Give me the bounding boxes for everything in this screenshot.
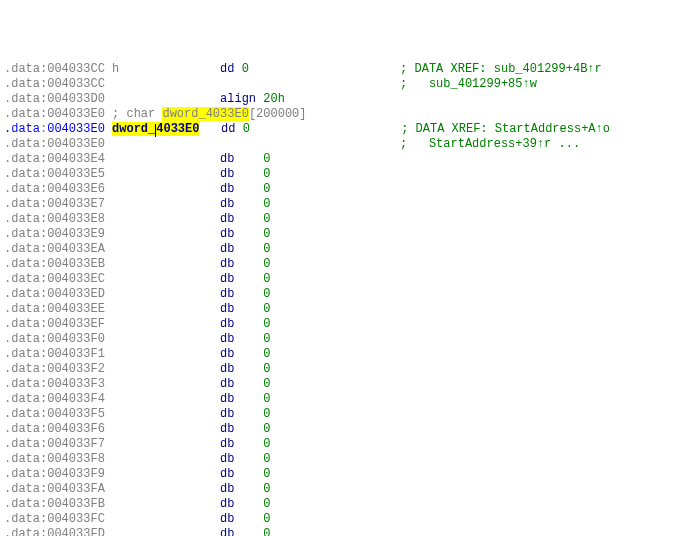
xref-comment[interactable]: ; DATA XREF: StartAddress+A↑o bbox=[401, 122, 610, 136]
disasm-line[interactable]: .data:004033F7 db 0 bbox=[4, 437, 678, 452]
disasm-line[interactable]: .data:004033EC db 0 bbox=[4, 272, 678, 287]
disasm-line[interactable]: .data:004033FA db 0 bbox=[4, 482, 678, 497]
xref-comment[interactable]: ; sub_401299+85↑w bbox=[400, 77, 537, 91]
operand: 0 bbox=[263, 332, 270, 346]
mnemonic: db bbox=[220, 347, 234, 361]
operand: 0 bbox=[263, 482, 270, 496]
disasm-line[interactable]: .data:004033EF db 0 bbox=[4, 317, 678, 332]
address[interactable]: 004033E0 bbox=[47, 137, 105, 151]
mnemonic: db bbox=[220, 242, 234, 256]
disasm-line[interactable]: .data:004033F5 db 0 bbox=[4, 407, 678, 422]
mnemonic: db bbox=[220, 362, 234, 376]
disasm-line[interactable]: .data:004033E0 dword_4033E0 dd 0 ; DATA … bbox=[4, 122, 678, 137]
disasm-line[interactable]: .data:004033FB db 0 bbox=[4, 497, 678, 512]
address[interactable]: 004033E7 bbox=[47, 197, 105, 211]
disasm-line[interactable]: .data:004033E8 db 0 bbox=[4, 212, 678, 227]
segment-name: .data bbox=[4, 422, 40, 436]
disasm-line[interactable]: .data:004033FC db 0 bbox=[4, 512, 678, 527]
comment-text: ; char bbox=[112, 107, 162, 121]
disasm-line[interactable]: .data:004033F2 db 0 bbox=[4, 362, 678, 377]
address[interactable]: 004033ED bbox=[47, 287, 105, 301]
disasm-line[interactable]: .data:004033E7 db 0 bbox=[4, 197, 678, 212]
address[interactable]: 004033E0 bbox=[47, 122, 105, 136]
operand: 0 bbox=[263, 182, 270, 196]
address[interactable]: 004033FA bbox=[47, 482, 105, 496]
address[interactable]: 004033EF bbox=[47, 317, 105, 331]
disasm-line[interactable]: .data:004033EB db 0 bbox=[4, 257, 678, 272]
segment-name: .data bbox=[4, 257, 40, 271]
xref-comment[interactable]: ; StartAddress+39↑r ... bbox=[400, 137, 580, 151]
address[interactable]: 004033F8 bbox=[47, 452, 105, 466]
segment-name: .data bbox=[4, 347, 40, 361]
address[interactable]: 004033F7 bbox=[47, 437, 105, 451]
address[interactable]: 004033E6 bbox=[47, 182, 105, 196]
mnemonic: db bbox=[220, 512, 234, 526]
address[interactable]: 004033CC bbox=[47, 62, 105, 76]
disasm-line[interactable]: .data:004033E6 db 0 bbox=[4, 182, 678, 197]
address[interactable]: 004033F5 bbox=[47, 407, 105, 421]
disasm-line[interactable]: .data:004033F4 db 0 bbox=[4, 392, 678, 407]
address[interactable]: 004033D0 bbox=[47, 92, 105, 106]
address[interactable]: 004033EB bbox=[47, 257, 105, 271]
address[interactable]: 004033FC bbox=[47, 512, 105, 526]
address[interactable]: 004033F9 bbox=[47, 467, 105, 481]
address[interactable]: 004033E8 bbox=[47, 212, 105, 226]
address[interactable]: 004033EA bbox=[47, 242, 105, 256]
xref-comment[interactable]: ; DATA XREF: sub_401299+4B↑r bbox=[400, 62, 602, 76]
address[interactable]: 004033F2 bbox=[47, 362, 105, 376]
disasm-line[interactable]: .data:004033EA db 0 bbox=[4, 242, 678, 257]
operand: 0 bbox=[263, 347, 270, 361]
address[interactable]: 004033E5 bbox=[47, 167, 105, 181]
disasm-line[interactable]: .data:004033F1 db 0 bbox=[4, 347, 678, 362]
segment-name: .data bbox=[4, 242, 40, 256]
disasm-line[interactable]: .data:004033F8 db 0 bbox=[4, 452, 678, 467]
address[interactable]: 004033E4 bbox=[47, 152, 105, 166]
address[interactable]: 004033F6 bbox=[47, 422, 105, 436]
address[interactable]: 004033CC bbox=[47, 77, 105, 91]
disasm-line[interactable]: .data:004033CC ; sub_401299+85↑w bbox=[4, 77, 678, 92]
disasm-line[interactable]: .data:004033ED db 0 bbox=[4, 287, 678, 302]
disasm-line[interactable]: .data:004033CC h dd 0 ; DATA XREF: sub_4… bbox=[4, 62, 678, 77]
disasm-line[interactable]: .data:004033E0 ; StartAddress+39↑r ... bbox=[4, 137, 678, 152]
segment-name: .data bbox=[4, 302, 40, 316]
operand: 0 bbox=[263, 302, 270, 316]
disasm-line[interactable]: .data:004033E4 db 0 bbox=[4, 152, 678, 167]
operand: 0 bbox=[263, 227, 270, 241]
address[interactable]: 004033F1 bbox=[47, 347, 105, 361]
comment-text: [200000] bbox=[249, 107, 307, 121]
address[interactable]: 004033EC bbox=[47, 272, 105, 286]
segment-name: .data bbox=[4, 62, 40, 76]
mnemonic: align bbox=[220, 92, 256, 106]
address[interactable]: 004033F0 bbox=[47, 332, 105, 346]
disasm-line[interactable]: .data:004033EE db 0 bbox=[4, 302, 678, 317]
disasm-line[interactable]: .data:004033F6 db 0 bbox=[4, 422, 678, 437]
address[interactable]: 004033FD bbox=[47, 527, 105, 536]
disasm-line[interactable]: .data:004033FD db 0 bbox=[4, 527, 678, 536]
disasm-line[interactable]: .data:004033F3 db 0 bbox=[4, 377, 678, 392]
address[interactable]: 004033F4 bbox=[47, 392, 105, 406]
operand: 0 bbox=[263, 362, 270, 376]
address[interactable]: 004033F3 bbox=[47, 377, 105, 391]
disasm-line[interactable]: .data:004033E0 ; char dword_4033E0[20000… bbox=[4, 107, 678, 122]
segment-name: .data bbox=[4, 107, 40, 121]
mnemonic: db bbox=[220, 302, 234, 316]
symbol-name[interactable]: dword_4033E0 bbox=[112, 122, 199, 136]
mnemonic: db bbox=[220, 197, 234, 211]
disasm-line[interactable]: .data:004033E9 db 0 bbox=[4, 227, 678, 242]
disasm-line[interactable]: .data:004033F9 db 0 bbox=[4, 467, 678, 482]
disasm-line[interactable]: .data:004033F0 db 0 bbox=[4, 332, 678, 347]
segment-name: .data bbox=[4, 332, 40, 346]
segment-name: .data bbox=[4, 77, 40, 91]
symbol-name[interactable]: dword_4033E0 bbox=[162, 107, 248, 121]
disasm-line[interactable]: .data:004033D0 align 20h bbox=[4, 92, 678, 107]
mnemonic: db bbox=[220, 332, 234, 346]
disasm-line[interactable]: .data:004033E5 db 0 bbox=[4, 167, 678, 182]
address[interactable]: 004033EE bbox=[47, 302, 105, 316]
address[interactable]: 004033E0 bbox=[47, 107, 105, 121]
address[interactable]: 004033E9 bbox=[47, 227, 105, 241]
mnemonic: db bbox=[220, 392, 234, 406]
disassembly-listing[interactable]: .data:004033CC h dd 0 ; DATA XREF: sub_4… bbox=[4, 62, 678, 536]
mnemonic: db bbox=[220, 452, 234, 466]
address[interactable]: 004033FB bbox=[47, 497, 105, 511]
segment-name: .data bbox=[4, 377, 40, 391]
